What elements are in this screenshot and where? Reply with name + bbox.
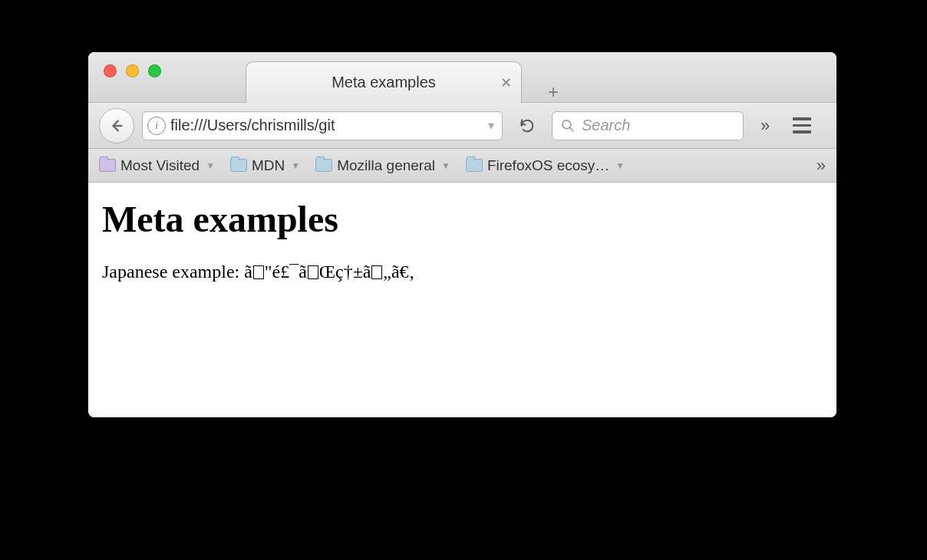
bookmark-label: Most Visited: [120, 157, 200, 174]
bookmark-firefoxos[interactable]: FirefoxOS ecosy… ▼: [466, 157, 625, 174]
search-input[interactable]: [582, 117, 735, 134]
hamburger-icon: [793, 117, 811, 120]
bookmarks-toolbar: Most Visited ▼ MDN ▼ Mozilla general ▼ F…: [88, 149, 836, 183]
arrow-left-icon: [108, 117, 125, 134]
maximize-window-button[interactable]: [148, 64, 161, 77]
page-content: Meta examples Japanese example: ã"é£¯ãŒç…: [88, 183, 836, 417]
tab-strip: Meta examples ✕ +: [246, 52, 563, 103]
mojibake-text: ã"é£¯ãŒç†±ã„ã€‚: [244, 262, 414, 282]
hamburger-menu-button[interactable]: [787, 111, 817, 140]
bookmark-label: Mozilla general: [337, 157, 435, 174]
new-tab-button[interactable]: +: [543, 83, 563, 103]
bookmark-most-visited[interactable]: Most Visited ▼: [99, 157, 215, 174]
search-bar[interactable]: [552, 111, 744, 140]
page-paragraph: Japanese example: ã"é£¯ãŒç†±ã„ã€‚: [102, 262, 823, 282]
bookmarks-overflow-button[interactable]: »: [816, 156, 826, 176]
close-tab-button[interactable]: ✕: [500, 74, 512, 91]
url-text: file:///Users/chrismills/git: [170, 117, 480, 134]
window-controls: [88, 52, 161, 77]
site-info-icon[interactable]: i: [147, 117, 166, 135]
folder-icon: [466, 159, 483, 172]
navigation-toolbar: i file:///Users/chrismills/git ▾ »: [88, 103, 836, 149]
reload-icon: [519, 117, 536, 134]
folder-icon: [315, 159, 332, 172]
chevron-down-icon: ▼: [441, 160, 450, 171]
browser-window: Meta examples ✕ + i file:///Users/chrism…: [88, 52, 836, 417]
tofu-box-icon: [308, 265, 318, 279]
chevron-down-icon: ▼: [206, 160, 215, 171]
chevron-down-icon: ▼: [291, 160, 300, 171]
chevron-down-icon: ▼: [615, 160, 625, 171]
tofu-box-icon: [253, 265, 264, 279]
bookmark-label: MDN: [252, 157, 285, 174]
url-dropdown-icon[interactable]: ▾: [485, 118, 497, 133]
titlebar: Meta examples ✕ +: [88, 52, 836, 103]
close-window-button[interactable]: [104, 64, 117, 77]
paragraph-prefix: Japanese example:: [102, 262, 244, 282]
tab-title: Meta examples: [332, 74, 436, 91]
toolbar-overflow-button[interactable]: »: [751, 116, 779, 136]
search-icon: [560, 118, 576, 133]
browser-tab[interactable]: Meta examples ✕: [246, 61, 522, 103]
url-bar[interactable]: i file:///Users/chrismills/git ▾: [142, 111, 503, 140]
page-heading: Meta examples: [102, 198, 823, 240]
folder-icon: [99, 159, 116, 172]
bookmark-label: FirefoxOS ecosy…: [487, 157, 609, 174]
minimize-window-button[interactable]: [126, 64, 139, 77]
bookmark-mozilla-general[interactable]: Mozilla general ▼: [315, 157, 450, 174]
bookmark-mdn[interactable]: MDN ▼: [230, 157, 300, 174]
reload-button[interactable]: [510, 111, 544, 140]
tofu-box-icon: [371, 265, 382, 279]
folder-icon: [230, 159, 247, 172]
back-button[interactable]: [99, 108, 134, 143]
